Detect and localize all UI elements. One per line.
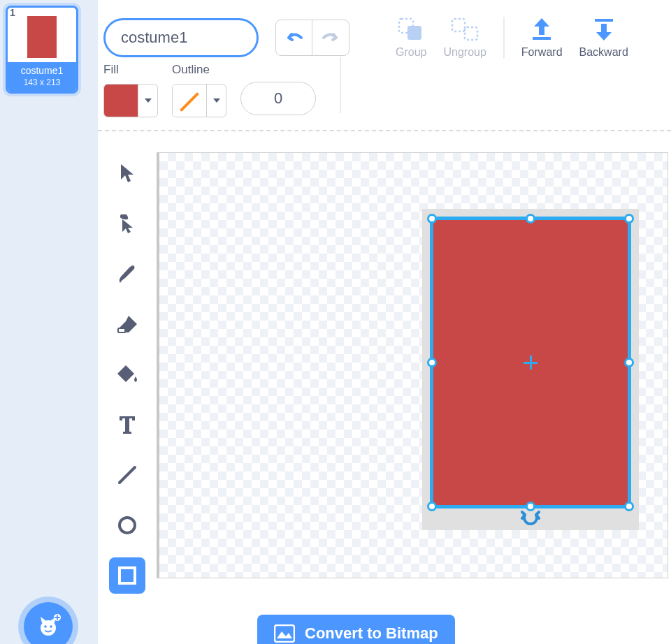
undo-icon [284,30,304,45]
undo-button[interactable] [276,20,312,55]
fill-swatch-group[interactable] [103,84,158,117]
ungroup-button[interactable]: Ungroup [443,17,486,59]
eraser-icon [116,314,138,334]
resize-handle-bl[interactable] [427,502,437,511]
fill-icon [116,364,138,385]
costume-thumbnail[interactable]: 1 costume1 143 x 213 [6,6,78,94]
svg-rect-10 [118,328,125,332]
svg-rect-6 [452,19,465,31]
svg-rect-8 [533,37,551,40]
outline-width-input[interactable]: 0 [240,82,316,115]
redo-icon [321,30,340,45]
resize-handle-br[interactable] [624,502,634,511]
redo-button[interactable] [312,20,349,55]
eraser-tool[interactable] [109,306,145,342]
forward-button[interactable]: Forward [521,17,563,59]
outline-width-wrap: 0 [240,63,316,115]
fill-control: Fill [103,63,158,117]
outline-control: Outline [172,63,226,117]
svg-rect-7 [465,27,477,40]
convert-to-bitmap-button[interactable]: Convert to Bitmap [257,615,455,644]
select-tool[interactable] [109,155,145,191]
cat-plus-icon [34,613,62,641]
costume-name: costume1 [10,65,74,76]
resize-handle-t[interactable] [526,214,535,224]
select-icon [118,163,136,184]
editor-main: Group Ungroup Forward [98,0,671,644]
circle-tool[interactable] [109,507,145,543]
line-tool[interactable] [109,457,145,493]
svg-line-11 [120,467,135,483]
chevron-down-icon [145,98,152,103]
preview-shape [27,16,57,58]
fill-swatch [104,85,138,117]
rotate-handle[interactable] [521,509,540,527]
rectangle-icon [117,565,138,586]
selected-rectangle[interactable] [430,217,631,508]
line-icon [117,464,138,485]
backward-icon [589,17,619,42]
resize-handle-r[interactable] [624,358,634,367]
toolbar-separator [503,17,505,59]
text-tool[interactable] [109,407,145,443]
outline-label: Outline [172,63,226,77]
costume-sidebar: 1 costume1 143 x 213 [0,0,98,644]
rotate-icon [521,509,540,527]
selection-bounds[interactable] [422,209,639,530]
costume-index: 1 [10,7,15,18]
brush-icon [117,263,138,284]
canvas-wrap [157,131,671,644]
outline-dropdown[interactable] [206,85,226,117]
resize-handle-tl[interactable] [427,214,437,224]
outline-swatch [173,85,206,117]
editor-area [98,131,671,644]
rectangle-tool[interactable] [109,557,145,594]
svg-point-1 [44,625,47,628]
backward-button[interactable]: Backward [579,17,628,59]
backward-label: Backward [579,46,628,59]
group-button[interactable]: Group [396,17,426,59]
center-crosshair-icon [524,356,537,369]
svg-rect-13 [120,568,135,583]
costume-label: costume1 143 x 213 [8,62,76,92]
toolbar-separator [340,57,341,113]
editor-toolbar: Group Ungroup Forward [98,0,671,131]
svg-rect-14 [275,625,294,642]
resize-handle-tr[interactable] [624,214,634,224]
group-icon [396,17,426,42]
chevron-down-icon [213,98,220,103]
reshape-tool[interactable] [109,205,145,242]
costume-name-input[interactable] [103,18,259,57]
forward-icon [527,17,556,42]
undo-redo-group [275,20,349,56]
brush-tool[interactable] [109,256,145,292]
group-label: Group [396,46,426,59]
costume-preview [8,8,76,62]
svg-point-12 [120,518,135,533]
resize-handle-l[interactable] [427,358,437,367]
bitmap-icon [274,624,295,643]
paint-canvas[interactable] [157,152,668,578]
add-costume-button[interactable] [24,602,73,644]
svg-rect-9 [595,19,613,22]
fill-tool[interactable] [109,356,145,393]
reshape-icon [117,212,138,235]
ungroup-label: Ungroup [443,46,486,59]
text-icon [118,415,136,434]
svg-rect-5 [407,26,421,40]
costume-dimensions: 143 x 213 [10,78,74,87]
svg-point-2 [50,625,52,628]
convert-label: Convert to Bitmap [305,624,438,643]
ungroup-icon [450,17,479,42]
forward-label: Forward [521,46,563,59]
outline-swatch-group[interactable] [172,84,226,117]
tool-palette [98,131,157,644]
circle-icon [117,515,138,536]
fill-dropdown[interactable] [138,85,157,117]
fill-label: Fill [103,63,158,77]
